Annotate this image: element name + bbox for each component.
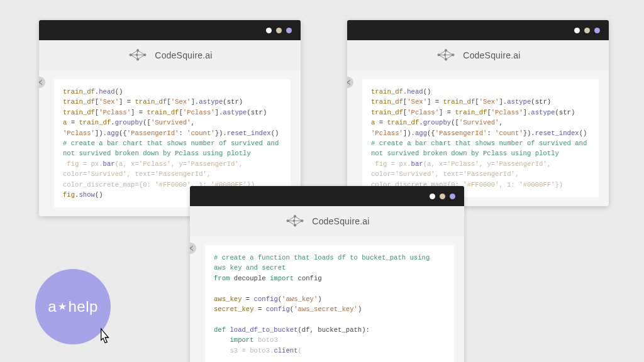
- window-dot-max-icon[interactable]: [450, 194, 455, 199]
- brand-bar: CodeSquire.ai: [347, 40, 609, 70]
- window-dot-min-icon[interactable]: [584, 28, 590, 33]
- badge-left-text: a: [48, 298, 57, 315]
- window-titlebar: [347, 20, 609, 40]
- window-titlebar: [39, 20, 301, 40]
- window-dot-max-icon[interactable]: [286, 28, 292, 33]
- code-pane[interactable]: train_df.head() train_df['Sex'] = train_…: [362, 79, 599, 197]
- editor-window-3: CodeSquire.ai # create a function that l…: [190, 186, 464, 362]
- window-dot-close-icon[interactable]: [574, 28, 580, 33]
- brand-label: CodeSquire.ai: [312, 216, 369, 226]
- code-pane[interactable]: # create a function that loads df to buc…: [205, 245, 454, 362]
- brand-label: CodeSquire.ai: [463, 50, 520, 60]
- star-icon: ★: [58, 300, 67, 312]
- window-dot-min-icon[interactable]: [440, 194, 445, 199]
- ahelp-badge[interactable]: a ★ help: [35, 269, 111, 344]
- codesquire-logo-icon: [284, 214, 306, 229]
- cell-close-icon[interactable]: [190, 243, 196, 254]
- window-dot-close-icon[interactable]: [266, 28, 272, 33]
- codesquire-logo-icon: [127, 48, 148, 63]
- codesquire-logo-icon: [435, 48, 457, 63]
- window-dot-min-icon[interactable]: [276, 28, 282, 33]
- cell-close-icon[interactable]: [39, 77, 45, 88]
- cell-close-icon[interactable]: [347, 77, 353, 88]
- badge-right-text: help: [68, 298, 97, 315]
- editor-window-2: CodeSquire.ai train_df.head() train_df['…: [347, 20, 609, 206]
- pointer-cursor-icon: [93, 327, 114, 348]
- window-dot-max-icon[interactable]: [594, 28, 600, 33]
- brand-bar: CodeSquire.ai: [190, 206, 464, 236]
- brand-bar: CodeSquire.ai: [39, 40, 301, 70]
- window-dot-close-icon[interactable]: [430, 194, 435, 199]
- code-area: # create a function that loads df to buc…: [190, 236, 464, 362]
- window-titlebar: [190, 186, 464, 206]
- brand-label: CodeSquire.ai: [155, 50, 212, 60]
